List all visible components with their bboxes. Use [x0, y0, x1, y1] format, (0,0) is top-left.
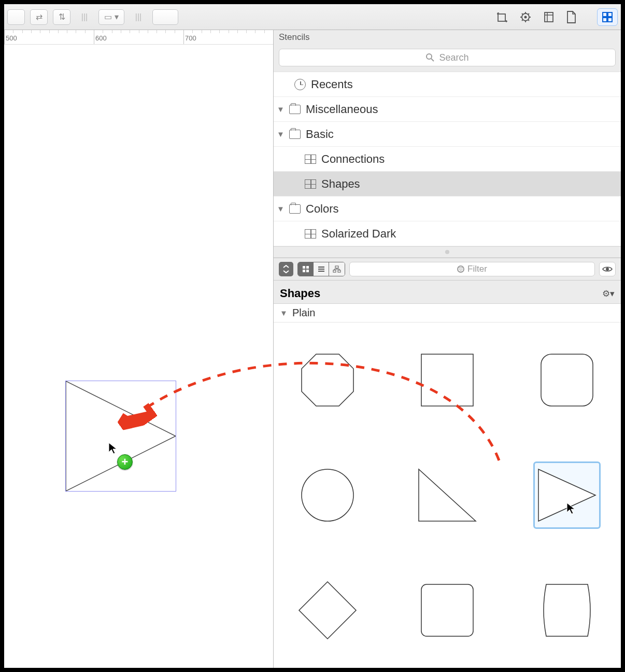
stencil-icon	[305, 179, 316, 189]
object-inspector-tab[interactable]	[492, 7, 513, 27]
sort-button[interactable]: ⇅	[53, 9, 70, 25]
sort-icon: ⇅	[59, 12, 65, 22]
svg-rect-26	[421, 584, 473, 636]
drag-preview-shape[interactable]	[65, 381, 176, 492]
group-plain[interactable]: ▼ Plain	[274, 304, 621, 323]
svg-point-2	[524, 16, 527, 18]
search-input[interactable]: Search	[279, 49, 616, 66]
canvas-pane[interactable]: 500 600 700 +	[4, 30, 274, 668]
shape-right-triangle[interactable]	[414, 461, 481, 529]
svg-rect-13	[306, 270, 309, 272]
tree-item-connections[interactable]: Connections	[274, 147, 621, 172]
svg-marker-23	[419, 469, 476, 521]
svg-rect-14	[335, 266, 338, 268]
blank-field[interactable]	[7, 9, 25, 25]
svg-rect-7	[608, 18, 612, 22]
stencil-icon	[305, 229, 316, 239]
svg-rect-10	[303, 266, 305, 269]
fill-style-dropdown[interactable]: ▭ ▾	[98, 9, 124, 25]
shape-diamond[interactable]	[294, 577, 361, 644]
chevron-down-icon[interactable]: ▼	[277, 204, 284, 213]
svg-point-22	[302, 469, 353, 521]
cursor-icon	[108, 442, 119, 455]
stencil-icon	[305, 155, 316, 164]
value-field[interactable]	[152, 9, 178, 25]
clock-icon	[294, 79, 306, 90]
canvas-area[interactable]: +	[4, 45, 273, 668]
tree-label: Shapes	[321, 177, 360, 191]
svg-rect-4	[603, 12, 607, 17]
inspector-tabs	[492, 7, 618, 27]
tree-item-solarized[interactable]: Solarized Dark	[274, 221, 621, 246]
tree-item-recents[interactable]: Recents	[274, 72, 621, 97]
svg-point-18	[606, 268, 609, 271]
search-placeholder: Search	[439, 52, 468, 63]
tree-label: Recents	[311, 78, 353, 91]
columns-icon: |||	[76, 9, 93, 25]
svg-rect-16	[338, 270, 340, 272]
collapse-button[interactable]	[279, 262, 293, 276]
add-copy-badge-icon: +	[117, 454, 133, 470]
gear-menu-icon[interactable]: ⚙︎▾	[602, 288, 615, 299]
preview-toggle[interactable]	[599, 262, 616, 276]
ruler-mark: 500	[6, 34, 17, 42]
stencils-inspector-tab[interactable]	[597, 8, 618, 26]
app-window: ⇄ ⇅ ||| ▭ ▾ |||	[4, 4, 621, 668]
chevron-down-icon[interactable]: ▼	[277, 130, 284, 138]
shape-rounded-rect[interactable]	[414, 577, 481, 644]
shape-barrel[interactable]	[533, 577, 601, 644]
swap-button[interactable]: ⇄	[30, 9, 48, 25]
view-mode-segment	[297, 262, 345, 276]
tree-label: Colors	[306, 202, 339, 216]
toolbar: ⇄ ⇅ ||| ▭ ▾ |||	[4, 4, 621, 30]
folder-icon	[289, 105, 301, 114]
svg-rect-3	[545, 12, 553, 22]
cursor-icon	[566, 502, 577, 515]
folder-icon	[289, 130, 301, 139]
shapes-title: Shapes	[280, 287, 320, 300]
shape-grid	[274, 323, 621, 668]
svg-rect-6	[603, 18, 607, 22]
tree-label: Basic	[306, 128, 334, 141]
shapes-header: Shapes ⚙︎▾	[274, 281, 621, 304]
chevron-down-icon[interactable]: ▼	[280, 309, 287, 317]
columns-icon-2: |||	[130, 9, 147, 25]
split-handle[interactable]	[274, 246, 621, 258]
svg-rect-8	[66, 381, 176, 491]
tree-item-basic[interactable]: ▼ Basic	[274, 122, 621, 147]
svg-rect-5	[608, 12, 612, 17]
shape-octagon[interactable]	[294, 346, 361, 414]
shape-square[interactable]	[414, 346, 481, 414]
grid-view-button[interactable]	[298, 262, 314, 276]
tree-label: Miscellaneous	[306, 103, 378, 116]
tree-label: Connections	[321, 152, 385, 166]
filter-input[interactable]: Filter	[349, 262, 595, 276]
chevron-down-icon[interactable]: ▼	[277, 105, 284, 114]
folder-icon	[289, 204, 301, 214]
tree-item-shapes[interactable]: Shapes	[274, 172, 621, 197]
ruler-mark: 600	[95, 34, 107, 42]
ruler-mark: 700	[185, 34, 196, 42]
list-view-button[interactable]	[314, 262, 329, 276]
tree-item-miscellaneous[interactable]: ▼ Miscellaneous	[274, 97, 621, 122]
tree-item-colors[interactable]: ▼ Colors	[274, 197, 621, 221]
tree-label: Solarized Dark	[321, 227, 396, 241]
properties-inspector-tab[interactable]	[515, 7, 536, 27]
svg-marker-25	[299, 582, 356, 639]
shape-rounded-square[interactable]	[533, 346, 601, 414]
group-label: Plain	[292, 307, 315, 319]
shape-triangle-right[interactable]	[533, 461, 601, 529]
svg-rect-11	[306, 266, 309, 269]
body: 500 600 700 +	[4, 30, 621, 668]
document-inspector-tab[interactable]	[561, 7, 581, 27]
filter-toolbar: Filter	[274, 258, 621, 281]
svg-rect-12	[303, 270, 305, 272]
panel-title: Stencils	[274, 30, 621, 46]
svg-rect-15	[333, 270, 336, 272]
swap-icon: ⇄	[36, 12, 42, 22]
hierarchy-view-button[interactable]	[329, 262, 345, 276]
svg-rect-20	[421, 354, 473, 406]
canvas-inspector-tab[interactable]	[538, 7, 559, 27]
shape-circle[interactable]	[294, 461, 361, 529]
svg-rect-0	[498, 14, 505, 21]
